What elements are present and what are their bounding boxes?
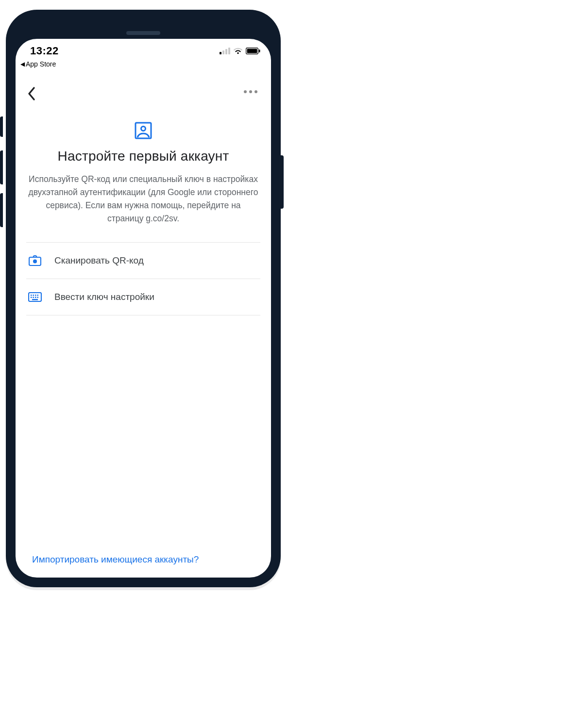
phone-volume-up xyxy=(0,150,3,184)
phone-power-button xyxy=(281,155,284,209)
scan-qr-label: Сканировать QR-код xyxy=(54,255,144,266)
svg-rect-13 xyxy=(33,295,34,296)
dot-icon xyxy=(244,90,247,93)
more-menu-button[interactable] xyxy=(241,87,260,96)
svg-rect-0 xyxy=(220,52,221,54)
scan-qr-option[interactable]: Сканировать QR-код xyxy=(26,243,260,279)
battery-icon xyxy=(246,48,260,54)
page-title: Настройте первый аккаунт xyxy=(26,149,260,164)
account-setup-icon xyxy=(134,121,153,140)
back-to-app-store[interactable]: ◀ App Store xyxy=(20,60,56,68)
phone-mute-switch xyxy=(0,116,3,137)
svg-rect-5 xyxy=(247,49,257,53)
svg-rect-20 xyxy=(32,299,38,300)
svg-rect-2 xyxy=(225,49,227,54)
svg-rect-17 xyxy=(33,297,34,298)
svg-point-8 xyxy=(141,127,146,131)
svg-rect-18 xyxy=(35,297,36,298)
enter-key-label: Ввести ключ настройки xyxy=(54,292,154,302)
svg-rect-12 xyxy=(31,295,32,296)
hero-section: Настройте первый аккаунт Используйте QR-… xyxy=(16,121,271,226)
back-button[interactable] xyxy=(24,83,39,106)
chevron-left-icon xyxy=(27,86,36,101)
svg-rect-19 xyxy=(37,297,39,298)
svg-point-10 xyxy=(33,259,37,263)
cellular-icon xyxy=(220,48,230,54)
phone-volume-down xyxy=(0,193,3,227)
phone-speaker xyxy=(126,31,160,35)
svg-rect-6 xyxy=(259,50,260,52)
svg-rect-15 xyxy=(37,295,39,296)
import-accounts-link[interactable]: Импортировать имеющиеся аккаунты? xyxy=(32,554,199,564)
camera-icon xyxy=(28,255,42,266)
page-subtitle: Используйте QR-код или специальный ключ … xyxy=(26,173,260,226)
svg-rect-14 xyxy=(35,295,36,296)
status-bar: 13:22 xyxy=(16,39,271,62)
dot-icon xyxy=(255,90,257,93)
phone-frame: 13:22 xyxy=(6,10,281,587)
svg-rect-1 xyxy=(222,50,224,54)
setup-options-list: Сканировать QR-код xyxy=(26,242,260,315)
app-header xyxy=(16,79,271,113)
svg-rect-16 xyxy=(31,297,32,298)
enter-key-option[interactable]: Ввести ключ настройки xyxy=(26,279,260,315)
wifi-icon xyxy=(233,48,243,54)
status-time: 13:22 xyxy=(30,45,59,57)
svg-rect-3 xyxy=(228,48,230,54)
dot-icon xyxy=(249,90,252,93)
phone-screen: 13:22 xyxy=(16,39,271,578)
footer: Импортировать имеющиеся аккаунты? xyxy=(16,554,271,565)
back-triangle-icon: ◀ xyxy=(20,61,25,67)
keyboard-icon xyxy=(28,292,42,302)
back-to-app-label: App Store xyxy=(26,60,56,68)
